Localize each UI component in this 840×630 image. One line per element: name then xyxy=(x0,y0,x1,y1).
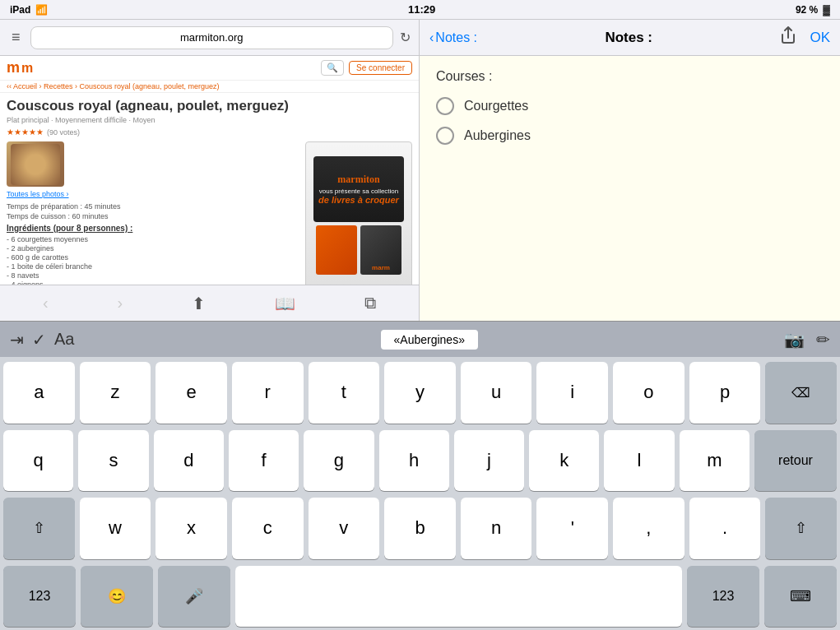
key-q[interactable]: q xyxy=(3,430,73,492)
key-a[interactable]: a xyxy=(3,362,75,424)
pencil-button[interactable]: ✏ xyxy=(816,330,830,350)
key-t[interactable]: t xyxy=(309,362,380,424)
checkbox-1[interactable] xyxy=(436,97,454,115)
ingredient-2: - 2 aubergines xyxy=(7,243,299,252)
kb-toolbar-left: ⇥ ✓ Aa xyxy=(10,330,74,350)
font-button[interactable]: Aa xyxy=(54,330,74,349)
ad-logo: marmiton xyxy=(337,174,379,186)
space-key[interactable] xyxy=(235,566,682,628)
camera-button[interactable]: 📷 xyxy=(784,330,805,350)
num-key-left[interactable]: 123 xyxy=(3,566,76,628)
num-key-right[interactable]: 123 xyxy=(687,566,759,628)
key-y[interactable]: y xyxy=(384,362,456,424)
votes: (90 votes) xyxy=(47,128,80,137)
notes-content[interactable]: Courses : Courgettes Aubergines xyxy=(420,56,840,321)
browser-panel: ≡ marmiton.org ↻ m m 🔍 Se connecter ‹‹ A… xyxy=(0,20,420,321)
marmiton-logo: m m xyxy=(7,59,33,76)
notes-ok-button[interactable]: OK xyxy=(810,30,830,46)
left-shift-key[interactable]: ⇧ xyxy=(3,498,75,559)
battery-pct: 92 % xyxy=(796,4,818,16)
url-bar[interactable]: marmiton.org xyxy=(30,26,393,49)
ingredients-title: Ingrédients (pour 8 personnes) : xyxy=(7,221,299,234)
key-row-2: q s d f g h j k l m retour xyxy=(3,430,837,492)
url-text: marmiton.org xyxy=(180,31,244,44)
browser-content: m m 🔍 Se connecter ‹‹ Accueil › Recettes… xyxy=(0,56,419,285)
checklist-item-2[interactable]: Aubergines xyxy=(436,127,824,145)
prep-time: Temps de préparation : 45 minutes xyxy=(7,202,299,211)
key-z[interactable]: z xyxy=(80,362,151,424)
key-r[interactable]: r xyxy=(232,362,304,424)
checklist-label-2: Aubergines xyxy=(464,128,531,143)
right-shift-key[interactable]: ⇧ xyxy=(765,498,837,559)
notes-section-title: Courses : xyxy=(436,69,824,84)
wifi-icon: 📶 xyxy=(35,4,48,16)
key-c[interactable]: c xyxy=(232,498,304,559)
bookmark-button[interactable]: 📖 xyxy=(268,290,302,317)
browser-toolbar: ≡ marmiton.org ↻ xyxy=(0,20,419,56)
notes-back-label: Notes : xyxy=(435,30,477,45)
breadcrumb: ‹‹ Accueil › Recettes › Couscous royal (… xyxy=(0,81,419,93)
backspace-key[interactable]: ⌫ xyxy=(765,362,837,424)
hamburger-menu-button[interactable]: ≡ xyxy=(8,25,24,49)
notes-toolbar: ‹ Notes : Notes : OK xyxy=(420,20,840,56)
key-j[interactable]: j xyxy=(454,430,524,492)
key-p[interactable]: p xyxy=(689,362,761,424)
keyboard-hide-key[interactable]: ⌨ xyxy=(764,566,837,628)
kb-toolbar-right: 📷 ✏ xyxy=(784,330,830,350)
key-m[interactable]: m xyxy=(680,430,750,492)
recipe-body: Toutes les photos › Temps de préparation… xyxy=(0,138,419,285)
return-key[interactable]: retour xyxy=(754,430,837,492)
mic-key[interactable]: 🎤 xyxy=(158,566,230,628)
notes-panel: ‹ Notes : Notes : OK Courses : Courgette… xyxy=(420,20,840,321)
tabs-button[interactable]: ⧉ xyxy=(358,290,383,316)
key-v[interactable]: v xyxy=(309,498,380,559)
key-e[interactable]: e xyxy=(155,362,227,424)
key-o[interactable]: o xyxy=(613,362,685,424)
key-s[interactable]: s xyxy=(78,430,148,492)
search-button[interactable]: 🔍 xyxy=(321,60,344,76)
kb-suggestion[interactable]: «Aubergines» xyxy=(381,330,478,350)
checklist-item-1[interactable]: Courgettes xyxy=(436,97,824,115)
cook-time: Temps de cuisson : 60 minutes xyxy=(7,211,299,221)
key-i[interactable]: i xyxy=(536,362,608,424)
key-d[interactable]: d xyxy=(154,430,224,492)
connect-button[interactable]: Se connecter xyxy=(349,61,412,75)
key-comma[interactable]: , xyxy=(613,498,685,559)
format-button[interactable]: ⇥ xyxy=(10,330,24,350)
nav-search: 🔍 Se connecter xyxy=(321,60,412,76)
recipe-left: Toutes les photos › Temps de préparation… xyxy=(7,141,299,285)
keyboard-toolbar: ⇥ ✓ Aa «Aubergines» 📷 ✏ xyxy=(0,321,840,357)
ingredient-3: - 600 g de carottes xyxy=(7,252,299,262)
stars: ★★★★★ xyxy=(7,127,44,137)
marmiton-nav: m m 🔍 Se connecter xyxy=(0,56,419,81)
check-button[interactable]: ✓ xyxy=(32,330,46,350)
key-row-3: ⇧ w x c v b n ' , . ⇧ xyxy=(3,498,837,559)
key-n[interactable]: n xyxy=(461,498,532,559)
share-button[interactable]: ⬆ xyxy=(185,290,212,317)
forward-button[interactable]: › xyxy=(111,290,130,316)
status-time: 11:29 xyxy=(408,3,435,16)
all-photos-link[interactable]: Toutes les photos › xyxy=(7,190,299,202)
reload-button[interactable]: ↻ xyxy=(400,30,411,45)
notes-title: Notes : xyxy=(477,30,780,46)
key-b[interactable]: b xyxy=(384,498,456,559)
key-period[interactable]: . xyxy=(689,498,761,559)
back-button[interactable]: ‹ xyxy=(36,290,55,316)
notes-share-button[interactable] xyxy=(780,26,796,49)
key-g[interactable]: g xyxy=(304,430,374,492)
key-k[interactable]: k xyxy=(529,430,599,492)
status-bar: iPad 📶 11:29 92 % ▓ xyxy=(0,0,840,20)
key-w[interactable]: w xyxy=(80,498,151,559)
notes-back-button[interactable]: ‹ Notes : xyxy=(429,30,477,45)
key-f[interactable]: f xyxy=(229,430,299,492)
status-right: 92 % ▓ xyxy=(796,4,830,16)
key-h[interactable]: h xyxy=(379,430,449,492)
main-area: ≡ marmiton.org ↻ m m 🔍 Se connecter ‹‹ A… xyxy=(0,20,840,321)
key-u[interactable]: u xyxy=(461,362,532,424)
key-l[interactable]: l xyxy=(604,430,674,492)
emoji-key[interactable]: 😊 xyxy=(81,566,153,628)
key-apostrophe[interactable]: ' xyxy=(536,498,608,559)
ad-banner: marmiton vous présente sa collection de … xyxy=(305,141,412,285)
key-x[interactable]: x xyxy=(155,498,227,559)
checkbox-2[interactable] xyxy=(436,127,454,145)
